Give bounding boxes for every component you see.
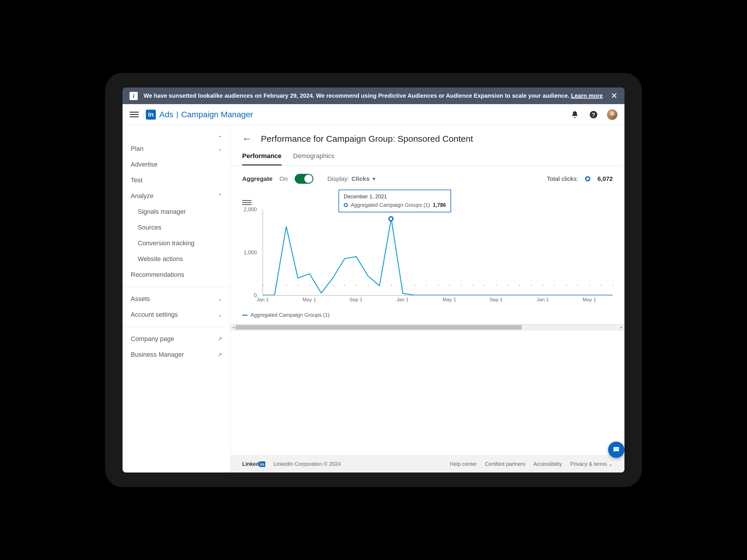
avatar[interactable] [607, 109, 617, 120]
footer-link-partners[interactable]: Certified partners [485, 461, 525, 467]
sidebar-item-sources[interactable]: Sources [123, 220, 230, 235]
sidebar-item-business-manager[interactable]: Business Manager↗ [123, 347, 230, 363]
menu-icon[interactable] [130, 110, 139, 119]
sidebar-item-analyze[interactable]: Analyze⌃ [123, 188, 230, 204]
help-icon[interactable]: ? [588, 109, 599, 120]
aggregate-state: On [280, 175, 288, 182]
sidebar-item-company-page[interactable]: Company page↗ [123, 331, 230, 347]
x-axis: Jan 1May 1Sep 1Jan 1May 1Sep 1Jan 1May 1 [263, 297, 613, 306]
aggregate-label: Aggregate [242, 175, 273, 182]
footer-link-help[interactable]: Help center [450, 461, 477, 467]
bell-icon[interactable] [570, 109, 580, 120]
chevron-down-icon: ⌄ [218, 312, 222, 318]
banner-text: We have sunsetted lookalike audiences on… [144, 92, 605, 99]
chart-container: 2,000 1,000 0 Jan 1May 1Sep 1Jan 1May 1S… [231, 192, 624, 309]
sidebar-item-signals-manager[interactable]: Signals manager [123, 204, 230, 220]
plot-area[interactable] [263, 209, 613, 295]
display-dropdown[interactable]: Display: Clicks ▼ [327, 175, 376, 182]
brand-ads[interactable]: Ads [159, 110, 173, 119]
y-axis: 2,000 1,000 0 [242, 209, 260, 295]
tooltip-series: Aggregated Campaign Groups (1) [351, 202, 430, 208]
footer-copyright: LinkedIn Corporation © 2024 [274, 461, 340, 467]
chart-legend: Aggregated Campaign Groups (1) [231, 309, 624, 324]
footer-link-privacy[interactable]: Privacy & terms ⌄ [570, 461, 613, 467]
linkedin-logo-icon[interactable]: in [146, 110, 156, 119]
legend-line-icon [242, 315, 248, 316]
scroll-right-arrow[interactable]: ▸ [619, 324, 624, 330]
tab-performance[interactable]: Performance [242, 148, 282, 165]
total-clicks-label: Total clicks: [547, 175, 578, 182]
chat-fab[interactable] [608, 442, 624, 458]
brand-separator: | [176, 110, 178, 119]
chevron-up-icon: ⌃ [218, 193, 222, 199]
svg-point-3 [616, 449, 617, 450]
main-content: ← Performance for Campaign Group: Sponso… [231, 125, 624, 473]
sidebar-item-advertise[interactable]: Advertise [123, 157, 230, 172]
chart-controls: Aggregate On Display: Clicks ▼ Total cli… [231, 166, 624, 192]
scrollbar-thumb[interactable] [235, 325, 522, 329]
footer: Linkedin LinkedIn Corporation © 2024 Hel… [231, 455, 624, 473]
aggregate-toggle[interactable] [295, 174, 313, 184]
total-clicks-value: 6,072 [597, 175, 613, 182]
sidebar-item-plan[interactable]: Plan⌄ [123, 141, 230, 157]
chevron-down-icon: ⌄ [218, 145, 222, 152]
chevron-down-icon: ⌄ [218, 132, 222, 138]
series-marker-icon [344, 203, 348, 207]
chevron-down-icon: ⌄ [218, 296, 222, 302]
sidebar-item-account-settings[interactable]: Account settings⌄ [123, 307, 230, 323]
tooltip-date: December 1, 2021 [344, 194, 446, 200]
sidebar-item-conversion-tracking[interactable]: Conversion tracking [123, 235, 230, 251]
page-title: Performance for Campaign Group: Sponsore… [261, 134, 473, 144]
sidebar-item-recommendations[interactable]: Recommendations [123, 267, 230, 283]
notification-banner: i We have sunsetted lookalike audiences … [123, 87, 624, 104]
sidebar-item-assets[interactable]: Assets⌄ [123, 291, 230, 307]
highlight-point-marker [388, 216, 394, 221]
external-link-icon: ↗ [218, 351, 222, 358]
svg-point-2 [615, 449, 616, 450]
sidebar-collapse-chevron[interactable]: ⌄ [123, 130, 230, 141]
horizontal-scrollbar[interactable]: ◂ ▸ [231, 324, 624, 330]
sidebar-item-website-actions[interactable]: Website actions [123, 251, 230, 267]
brand-campaign-manager[interactable]: Campaign Manager [181, 110, 253, 119]
close-icon[interactable]: ✕ [611, 91, 617, 101]
sidebar-item-test[interactable]: Test [123, 172, 230, 188]
footer-link-accessibility[interactable]: Accessibility [534, 461, 562, 467]
svg-text:?: ? [592, 112, 595, 118]
topbar: in Ads | Campaign Manager ? [123, 104, 624, 125]
banner-learn-more-link[interactable]: Learn more [571, 92, 603, 99]
series-marker-icon [585, 176, 590, 181]
chart-menu-icon[interactable] [242, 198, 252, 207]
tooltip-value: 1,786 [433, 202, 446, 208]
back-arrow-icon[interactable]: ← [242, 133, 252, 144]
chart-canvas[interactable]: 2,000 1,000 0 Jan 1May 1Sep 1Jan 1May 1S… [242, 209, 613, 306]
sidebar: ⌄ Plan⌄ Advertise Test Analyze⌃ Signals … [123, 125, 231, 473]
external-link-icon: ↗ [218, 336, 222, 342]
tab-demographics[interactable]: Demographics [293, 148, 335, 165]
scroll-left-arrow[interactable]: ◂ [231, 324, 235, 330]
svg-point-4 [617, 449, 618, 450]
tabs: Performance Demographics [231, 148, 624, 166]
legend-series-label: Aggregated Campaign Groups (1) [250, 312, 330, 318]
chevron-down-icon: ▼ [372, 177, 376, 181]
chart-tooltip: December 1, 2021 Aggregated Campaign Gro… [338, 190, 451, 212]
info-icon: i [130, 92, 138, 100]
footer-logo: Linkedin [242, 461, 265, 467]
